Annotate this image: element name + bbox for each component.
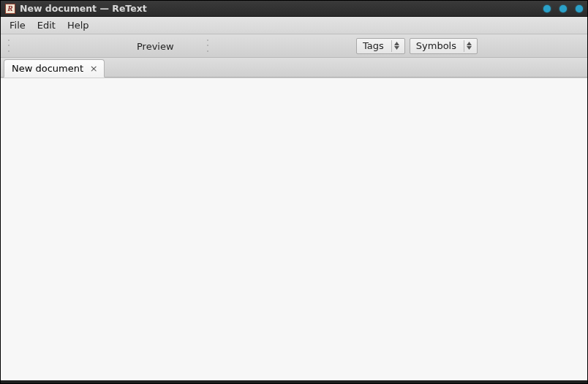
menu-bar: File Edit Help — [1, 17, 587, 34]
application-window: R New document — ReText File Edit Help P… — [0, 0, 588, 384]
minimize-button[interactable] — [543, 5, 551, 12]
tab-bar: New document × — [1, 58, 587, 78]
menu-edit[interactable]: Edit — [31, 18, 61, 33]
tool-bar: Preview Tags Symbols — [1, 34, 587, 58]
symbols-select-label: Symbols — [416, 40, 456, 51]
close-icon: × — [90, 64, 98, 73]
window-title: New document — ReText — [20, 3, 147, 14]
spin-arrows-icon — [392, 42, 402, 50]
maximize-button[interactable] — [559, 5, 567, 12]
tags-select-label: Tags — [363, 40, 384, 51]
editor-area — [1, 78, 587, 380]
document-tab[interactable]: New document × — [4, 59, 105, 78]
close-window-button[interactable] — [576, 5, 583, 12]
tags-select[interactable]: Tags — [356, 38, 405, 54]
menu-file[interactable]: File — [4, 18, 31, 33]
menu-help[interactable]: Help — [61, 18, 95, 33]
retext-app-icon: R — [5, 4, 15, 14]
spin-arrows-icon — [464, 42, 474, 50]
symbols-select[interactable]: Symbols — [410, 38, 478, 54]
preview-button[interactable]: Preview — [137, 40, 174, 51]
close-tab-button[interactable]: × — [89, 64, 98, 73]
tab-label: New document — [12, 63, 83, 74]
toolbar-handle-icon[interactable] — [7, 38, 11, 54]
title-bar[interactable]: R New document — ReText — [1, 1, 587, 17]
text-editor[interactable] — [1, 78, 587, 380]
toolbar-handle-icon[interactable] — [206, 38, 210, 54]
